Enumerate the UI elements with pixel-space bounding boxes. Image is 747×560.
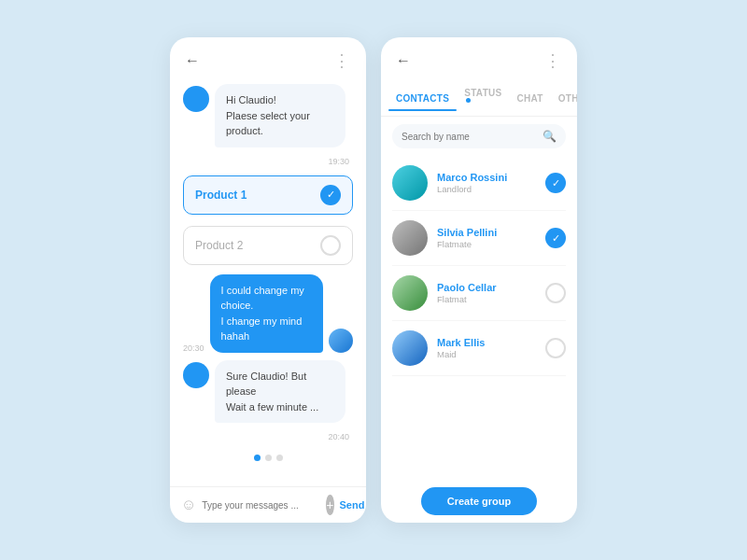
sent-bubble: I could change my choice.I change my min… [210, 274, 323, 353]
create-group-button[interactable]: Create group [421, 487, 537, 515]
contact-check-marco: ✓ [545, 173, 566, 193]
product1-option[interactable]: Product 1 ✓ [183, 175, 353, 215]
user-avatar-small [329, 329, 353, 353]
contact-check-mark [545, 338, 566, 358]
product2-option[interactable]: Product 2 [183, 226, 353, 265]
contacts-back-button[interactable]: ← [396, 52, 411, 69]
contact-role-marco: Landlord [437, 184, 536, 194]
check-empty-mark [545, 338, 566, 358]
checkmark-icon-marco: ✓ [552, 177, 560, 189]
contact-info-mark: Mark Ellis Maid [437, 337, 536, 359]
tab-chat[interactable]: CHAT [510, 84, 551, 111]
product2-label: Product 2 [195, 239, 243, 252]
product1-check: ✓ [320, 185, 341, 205]
sender-avatar-2 [183, 362, 209, 388]
dot-1 [254, 455, 261, 461]
chat-body: Hi Claudio!Plaese select your product. 1… [170, 78, 366, 486]
send-button[interactable]: Send [340, 499, 365, 511]
dot-3 [276, 455, 283, 461]
contact-name-mark: Mark Ellis [437, 337, 536, 348]
contact-avatar-marco [392, 165, 428, 201]
message-time-1: 19:30 [183, 157, 353, 166]
sent-time-left: 20:30 [183, 343, 204, 353]
contact-info-paolo: Paolo Cellar Flatmat [437, 282, 536, 304]
chat-panel: ← ⋮ Hi Claudio!Plaese select your produc… [170, 37, 366, 523]
product1-label: Product 1 [195, 189, 247, 202]
contact-name-marco: Marco Rossini [437, 172, 536, 183]
contact-item-marco[interactable]: Marco Rossini Landlord ✓ [392, 156, 566, 211]
contacts-list: Marco Rossini Landlord ✓ Silvia Pellini … [381, 156, 577, 480]
product2-check-empty [320, 235, 341, 256]
dot-2 [265, 455, 272, 461]
tab-contacts[interactable]: CONTACTS [388, 84, 457, 111]
contact-avatar-paolo [392, 275, 428, 311]
search-icon: 🔍 [543, 130, 557, 143]
contact-item-silvia[interactable]: Silvia Pellini Flatmate ✓ [392, 211, 566, 266]
tab-status[interactable]: STATUS [457, 78, 509, 116]
check-circle-marco: ✓ [545, 173, 566, 193]
contacts-more-button[interactable]: ⋮ [544, 50, 562, 71]
received-message-row: Hi Claudio!Plaese select your product. [183, 84, 353, 147]
received-message-row-2: Sure Claudio! But pleaseWait a few minut… [183, 360, 353, 424]
contacts-panel: ← ⋮ CONTACTS STATUS CHAT OTHERS 🔍 Marco … [381, 37, 577, 523]
contact-info-marco: Marco Rossini Landlord [437, 172, 536, 194]
contact-item-paolo[interactable]: Paolo Cellar Flatmat [392, 266, 566, 321]
contact-role-paolo: Flatmat [437, 294, 536, 304]
contact-avatar-mark [392, 330, 428, 366]
search-bar: 🔍 [392, 124, 566, 148]
message-time-2: 20:40 [183, 432, 353, 441]
contact-info-silvia: Silvia Pellini Flatmate [437, 227, 536, 249]
contact-avatar-silvia [392, 220, 428, 256]
sent-message-row: 20:30 I could change my choice.I change … [183, 274, 353, 353]
sender-avatar [183, 86, 209, 112]
contact-role-silvia: Flatmate [437, 239, 536, 249]
chat-more-button[interactable]: ⋮ [333, 50, 351, 71]
contact-name-silvia: Silvia Pellini [437, 227, 536, 238]
checkmark-icon: ✓ [327, 189, 335, 201]
chat-back-button[interactable]: ← [185, 52, 200, 69]
pagination-dots [183, 449, 353, 467]
received-bubble-2: Sure Claudio! But pleaseWait a few minut… [215, 360, 345, 424]
contact-check-silvia: ✓ [545, 228, 566, 248]
check-circle-silvia: ✓ [545, 228, 566, 248]
contact-name-paolo: Paolo Cellar [437, 282, 536, 293]
chat-footer: ☺ + Send [170, 486, 366, 523]
emoji-button[interactable]: ☺ [181, 497, 196, 513]
check-empty-paolo [545, 283, 566, 303]
status-badge-dot [466, 98, 471, 103]
sent-message-section: 20:30 I could change my choice.I change … [183, 274, 353, 353]
add-attachment-button[interactable]: + [326, 495, 333, 515]
search-input[interactable] [402, 132, 537, 142]
contact-item-mark[interactable]: Mark Ellis Maid [392, 321, 566, 376]
contacts-tabs: CONTACTS STATUS CHAT OTHERS [381, 78, 577, 117]
tab-others[interactable]: OTHERS [551, 84, 577, 111]
chat-header: ← ⋮ [170, 37, 366, 78]
chat-input[interactable] [202, 500, 320, 511]
checkmark-icon-silvia: ✓ [552, 232, 560, 245]
contact-role-mark: Maid [437, 349, 536, 359]
received-bubble: Hi Claudio!Plaese select your product. [215, 84, 345, 147]
contact-check-paolo [545, 283, 566, 303]
contacts-header: ← ⋮ [381, 37, 577, 78]
